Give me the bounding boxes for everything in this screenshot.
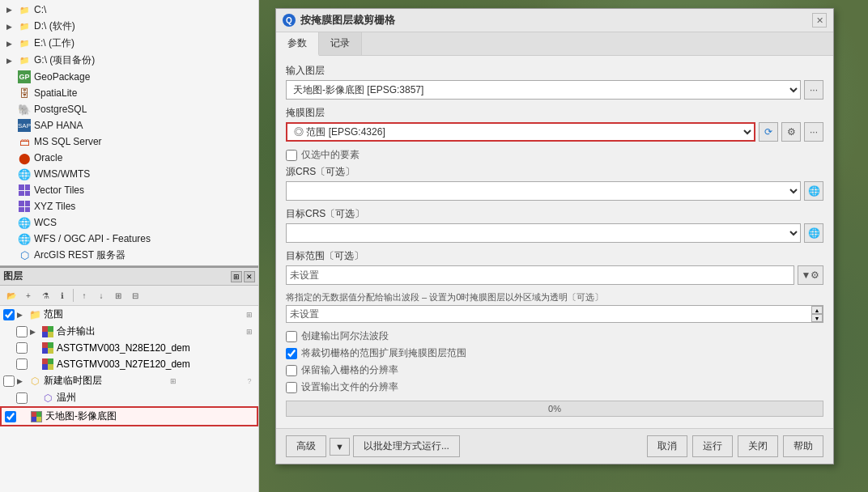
tree-item-sap-hana[interactable]: SAP SAP HANA	[0, 117, 258, 134]
spinner-up-button[interactable]: ▲	[811, 306, 823, 314]
layer-visibility-checkbox[interactable]	[16, 392, 28, 404]
set-resolution-checkbox[interactable]	[286, 382, 297, 393]
layer-label: 新建临时图层	[44, 374, 102, 388]
create-alpha-checkbox[interactable]	[286, 331, 297, 342]
layer-item-hebing[interactable]: ▶ 合并输出 ⊞	[0, 323, 258, 340]
tree-item-arcgis[interactable]: ⬡ ArcGIS REST 服务器	[0, 247, 258, 264]
run-batch-button[interactable]: 以批处理方式运行...	[353, 435, 460, 457]
tree-item-mssql[interactable]: 🗃 MS SQL Server	[0, 134, 258, 150]
layer-visibility-checkbox[interactable]	[16, 326, 28, 337]
mask-layer-settings-button[interactable]: ⚙	[781, 122, 801, 142]
tab-params[interactable]: 参数	[276, 32, 319, 56]
tree-item-g-drive[interactable]: ▶ 📁 G:\ (项目备份)	[0, 52, 258, 69]
mask-layer-select[interactable]: ◎ 范围 [EPSG:4326]	[286, 122, 755, 142]
panel-float-button[interactable]: ⊞	[231, 271, 242, 282]
tree-item-postgresql[interactable]: 🐘 PostgreSQL	[0, 101, 258, 117]
open-layer-button[interactable]: 📂	[3, 287, 19, 303]
tree-item-c-drive[interactable]: ▶ 📁 C:\	[0, 2, 258, 18]
move-down-button[interactable]: ↓	[93, 287, 109, 303]
expand-extent-checkbox[interactable]	[286, 348, 297, 359]
expand-extent-label[interactable]: 将裁切栅格的范围扩展到掩膜图层范围	[301, 346, 466, 360]
spinner-down-button[interactable]: ▼	[811, 314, 823, 322]
raster-layer-icon	[41, 358, 54, 371]
nodata-info-label: 将指定的无数据值分配给输出波段 – 设置为0时掩膜图层以外区域为透明〔可选〕	[286, 291, 823, 303]
folder-icon: 📁	[28, 308, 41, 321]
layer-expand-button[interactable]: ⊞	[244, 309, 255, 320]
tree-item-wms-wmts[interactable]: 🌐 WMS/WMTS	[0, 166, 258, 182]
filter-button[interactable]: ⚗	[37, 287, 53, 303]
tree-item-geopackage[interactable]: GP GeoPackage	[0, 69, 258, 85]
tree-item-wfs-ogc[interactable]: 🌐 WFS / OGC API - Features	[0, 231, 258, 247]
layer-item-wenzhou[interactable]: ⬡ 温州	[0, 389, 258, 406]
source-crs-select[interactable]	[286, 181, 801, 201]
layer-label: ASTGTMV003_N28E120_dem	[57, 342, 190, 354]
move-up-button[interactable]: ↑	[76, 287, 92, 303]
tree-item-label: WMS/WMTS	[34, 168, 90, 180]
nodata-value-input[interactable]: 未设置	[287, 306, 811, 322]
properties-button[interactable]: ℹ	[54, 287, 70, 303]
target-extent-options-button[interactable]: ▼⚙	[798, 265, 823, 285]
only-selected-checkbox[interactable]	[286, 150, 297, 161]
right-panel: Q 按掩膜图层裁剪栅格 ✕ 参数 记录 输入图层 天地图-影像底图 [EPSG:	[259, 0, 868, 492]
layer-item-astg2[interactable]: ASTGTMV003_N27E120_dem	[0, 356, 258, 372]
layer-visibility-checkbox[interactable]	[16, 358, 28, 370]
panel-close-button[interactable]: ✕	[244, 271, 255, 282]
mask-layer-sync-button[interactable]: ⟳	[759, 122, 778, 142]
layer-item-newlayer[interactable]: ▶ ⬡ 新建临时图层 ⊞ ?	[0, 372, 258, 389]
target-crs-button[interactable]: 🌐	[804, 223, 823, 243]
input-layer-select[interactable]: 天地图-影像底图 [EPSG:3857]	[286, 80, 801, 100]
layer-label: 范围	[44, 308, 63, 321]
input-layer-options-button[interactable]: ···	[804, 80, 823, 100]
tab-log[interactable]: 记录	[319, 32, 362, 55]
create-alpha-label[interactable]: 创建输出阿尔法波段	[301, 329, 389, 343]
tree-item-d-drive[interactable]: ▶ 📁 D:\ (软件)	[0, 18, 258, 35]
layer-item-astg1[interactable]: ASTGTMV003_N28E120_dem	[0, 340, 258, 356]
advanced-dropdown-button[interactable]: ▼	[330, 438, 350, 456]
keep-resolution-row: 保留输入栅格的分辨率	[286, 363, 823, 377]
layer-item-tiandi[interactable]: 天地图-影像底图	[0, 406, 258, 426]
tree-item-spatialite[interactable]: 🗄 SpatiaLite	[0, 85, 258, 101]
tree-item-label: D:\ (软件)	[34, 19, 75, 33]
tree-item-label: Vector Tiles	[34, 184, 84, 196]
tree-item-e-drive[interactable]: ▶ 📁 E:\ (工作)	[0, 35, 258, 52]
dialog-close-button[interactable]: ✕	[812, 13, 827, 28]
spatialite-icon: 🗄	[18, 87, 31, 100]
layer-visibility-checkbox[interactable]	[5, 411, 16, 422]
cancel-button[interactable]: 取消	[647, 435, 687, 457]
mask-layer-row: ◎ 范围 [EPSG:4326] ⟳ ⚙ ···	[286, 122, 823, 142]
tree-item-label: WFS / OGC API - Features	[34, 233, 151, 244]
layer-expand-button[interactable]: ⊞	[168, 375, 179, 387]
only-selected-label[interactable]: 仅选中的要素	[301, 148, 360, 162]
target-crs-select[interactable]	[286, 223, 801, 243]
help-button[interactable]: 帮助	[783, 435, 823, 457]
close-button[interactable]: 关闭	[738, 435, 778, 457]
tree-item-wcs[interactable]: 🌐 WCS	[0, 214, 258, 231]
add-layer-button[interactable]: +	[20, 287, 36, 303]
keep-resolution-checkbox[interactable]	[286, 365, 297, 376]
tree-item-oracle[interactable]: ⬤ Oracle	[0, 150, 258, 166]
mask-layer-options-button[interactable]: ···	[804, 122, 823, 142]
advanced-button[interactable]: 高级	[286, 435, 326, 457]
dialog-titlebar[interactable]: Q 按掩膜图层裁剪栅格 ✕	[276, 9, 833, 32]
layer-visibility-checkbox[interactable]	[16, 342, 28, 354]
source-crs-button[interactable]: 🌐	[804, 181, 823, 201]
layer-visibility-checkbox[interactable]	[3, 375, 15, 387]
run-button[interactable]: 运行	[692, 435, 733, 457]
layer-expand-icon: ▶	[17, 377, 27, 385]
postgresql-icon: 🐘	[18, 103, 31, 116]
raster-layer-icon	[41, 325, 54, 338]
layers-toolbar: 📂 + ⚗ ℹ ↑ ↓ ⊞ ⊟	[0, 286, 258, 306]
nodata-spinner: ▲ ▼	[811, 306, 823, 322]
tree-item-xyz-tiles[interactable]: XYZ Tiles	[0, 198, 258, 214]
layer-visibility-checkbox[interactable]	[3, 309, 15, 320]
expand-all-button[interactable]: ⊞	[110, 287, 126, 303]
keep-resolution-label[interactable]: 保留输入栅格的分辨率	[301, 363, 398, 377]
arrow-icon: ▶	[6, 23, 16, 31]
collapse-all-button[interactable]: ⊟	[127, 287, 143, 303]
layer-item-fanwei[interactable]: ▶ 📁 范围 ⊞	[0, 306, 258, 323]
layer-expand-button[interactable]: ⊞	[244, 326, 255, 337]
set-resolution-label[interactable]: 设置输出文件的分辨率	[301, 380, 398, 394]
tree-item-vector-tiles[interactable]: Vector Tiles	[0, 182, 258, 198]
layer-help-button[interactable]: ?	[244, 375, 255, 387]
file-tree-panel: ▶ 📁 C:\ ▶ 📁 D:\ (软件) ▶ 📁 E:\ (工作) ▶ 📁 G:…	[0, 0, 258, 266]
